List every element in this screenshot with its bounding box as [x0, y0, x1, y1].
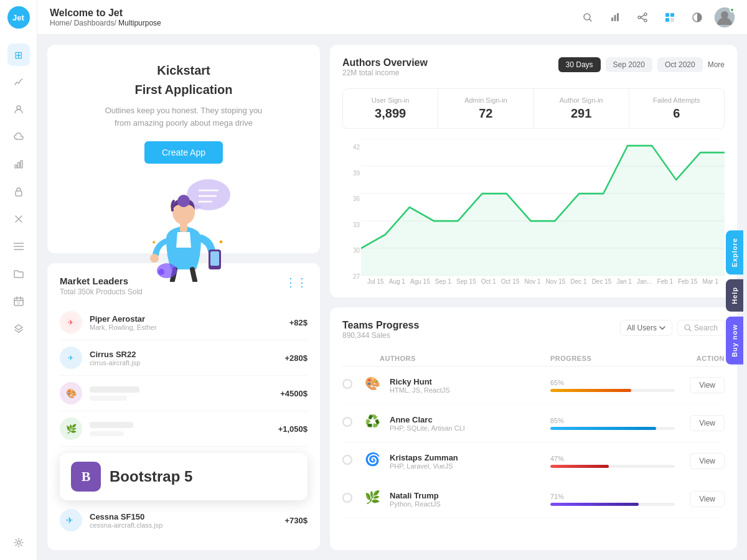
view-button-kristaps[interactable]: View: [690, 453, 725, 469]
sidebar-item-lock[interactable]: [7, 180, 30, 203]
illustration: ✦ ✦: [121, 170, 246, 284]
svg-rect-3: [21, 161, 22, 168]
svg-text:✦: ✦: [151, 239, 156, 246]
x-label: Dec 15: [592, 278, 612, 285]
x-label: Sep 15: [456, 278, 476, 285]
market-icon-piper: ✈: [60, 311, 82, 334]
chart-y-labels: 42 39 36 33 30 27: [342, 139, 360, 285]
chart-container: 42 39 36 33 30 27: [342, 139, 725, 285]
avatar-natali: 🌿: [361, 487, 383, 511]
market-info-piper: Piper Aerostar Mark, Rowling, Esther: [90, 314, 289, 331]
breadcrumb: Home/ Dashboards/ Multipurpose: [50, 19, 578, 27]
svg-text:✈: ✈: [68, 319, 73, 326]
explore-label[interactable]: Explore: [726, 230, 743, 274]
progress-label-kristaps: 47%: [550, 455, 675, 462]
sidebar-item-calendar[interactable]: 31: [7, 290, 30, 312]
sidebar-bottom: [7, 531, 30, 554]
online-indicator: [730, 7, 735, 12]
svg-point-32: [158, 269, 164, 275]
all-users-select[interactable]: All Users: [620, 320, 672, 336]
market-icon-4: 🌿: [60, 418, 82, 440]
col-authors-label: AUTHORS: [380, 355, 550, 362]
grid-icon[interactable]: [660, 7, 680, 27]
sidebar-item-menu[interactable]: [7, 235, 30, 258]
svg-text:🎨: 🎨: [66, 388, 77, 399]
app-logo[interactable]: Jet: [7, 6, 30, 29]
create-app-button[interactable]: Create App: [144, 141, 223, 164]
authors-title-section: Authors Overview 22M total income: [342, 57, 428, 86]
sidebar-item-dashboard[interactable]: ⊞: [7, 44, 30, 66]
view-button-anne[interactable]: View: [690, 415, 725, 431]
x-label: Jan 1: [616, 278, 631, 285]
teams-progress-header: Teams Progress 890,344 Sales All Users S…: [342, 320, 725, 348]
svg-rect-2: [17, 162, 19, 168]
settings-icon[interactable]: [7, 531, 30, 554]
teams-progress-card: Teams Progress 890,344 Sales All Users S…: [330, 307, 737, 550]
teams-search[interactable]: Search: [677, 320, 725, 336]
authors-overview-subtitle: 22M total income: [342, 68, 428, 77]
avatar-anne: ♻️: [361, 411, 383, 436]
check-kristaps[interactable]: [342, 455, 361, 467]
share-icon[interactable]: [632, 7, 652, 27]
kickstart-title-line1: Kickstart: [157, 63, 210, 78]
market-item-cessna: ✈ Cessna SF150 cessna-aircraft.class.jsp…: [60, 503, 308, 538]
chart-icon[interactable]: [605, 7, 625, 27]
avatar-kristaps: 🌀: [361, 449, 383, 474]
market-leaders-card: Market Leaders Total 350k Products Sold …: [47, 263, 320, 550]
sidebar-item-folder[interactable]: [7, 263, 30, 285]
tech-ricky: HTML, JS, ReactJS: [390, 386, 550, 394]
search-icon[interactable]: [578, 7, 598, 27]
sidebar-item-analytics[interactable]: [7, 71, 30, 93]
market-item: ✈ Piper Aerostar Mark, Rowling, Esther +…: [60, 305, 308, 340]
action-anne: View: [675, 415, 725, 431]
check-anne[interactable]: [342, 417, 361, 429]
view-button-ricky[interactable]: View: [690, 377, 725, 393]
buy-now-label[interactable]: Buy now: [726, 317, 743, 365]
progress-kristaps: 47%: [550, 455, 675, 468]
help-label[interactable]: Help: [726, 279, 743, 312]
svg-point-30: [150, 254, 159, 263]
svg-text:🎨: 🎨: [365, 376, 380, 391]
sidebar-item-close[interactable]: [7, 208, 30, 230]
svg-text:31: 31: [17, 301, 21, 305]
x-label: Jul 15: [367, 278, 384, 285]
tech-kristaps: PHP, Laravel, VueJS: [390, 462, 550, 470]
left-panel: Kickstart First Application Outlines kee…: [37, 35, 330, 560]
sidebar-item-layers[interactable]: [7, 317, 30, 340]
tab-oct2020[interactable]: Oct 2020: [657, 57, 703, 72]
stat-value-user: 3,899: [353, 106, 428, 121]
tab-sep2020[interactable]: Sep 2020: [606, 57, 652, 72]
teams-progress-title: Teams Progress: [342, 320, 419, 331]
theme-toggle[interactable]: [687, 7, 707, 27]
market-sub-cirrus: cirrus-aircraft.jsp: [90, 359, 284, 366]
tab-30days[interactable]: 30 Days: [558, 57, 601, 72]
svg-rect-9: [611, 17, 613, 21]
svg-rect-17: [665, 18, 669, 22]
y-label-33: 33: [342, 222, 360, 228]
check-ricky[interactable]: [342, 379, 361, 391]
market-value-4: +1,050$: [278, 424, 308, 434]
progress-anne: 85%: [550, 417, 675, 430]
svg-text:✈: ✈: [68, 354, 73, 362]
market-more-icon[interactable]: ⋮⋮: [285, 276, 308, 289]
check-natali[interactable]: [342, 493, 361, 505]
progress-fill-ricky: [550, 389, 631, 392]
sidebar-item-cloud[interactable]: [7, 126, 30, 148]
market-item-4: 🌿 +1,050$: [60, 411, 308, 447]
x-label: Feb 1: [657, 278, 674, 285]
stat-author-signin: Author Sign-in 291: [534, 89, 629, 128]
market-name-piper: Piper Aerostar: [90, 314, 289, 324]
tech-anne: PHP, SQLite, Artisan CLI: [390, 424, 550, 432]
view-button-natali[interactable]: View: [690, 491, 725, 507]
stat-value-author: 291: [544, 106, 619, 121]
sidebar-item-chart[interactable]: [7, 153, 30, 175]
avatar-wrap: [715, 7, 735, 27]
kickstart-card: Kickstart First Application Outlines kee…: [47, 45, 320, 253]
market-icon-cessna: ✈: [60, 509, 82, 531]
col-action-label: ACTION: [675, 355, 725, 362]
sidebar-item-users[interactable]: [7, 98, 30, 121]
stat-label-author: Author Sign-in: [544, 96, 619, 104]
market-name-4: [90, 422, 133, 428]
line-chart: [361, 139, 725, 276]
stats-row: User Sign-in 3,899 Admin Sign-in 72 Auth…: [342, 88, 725, 129]
